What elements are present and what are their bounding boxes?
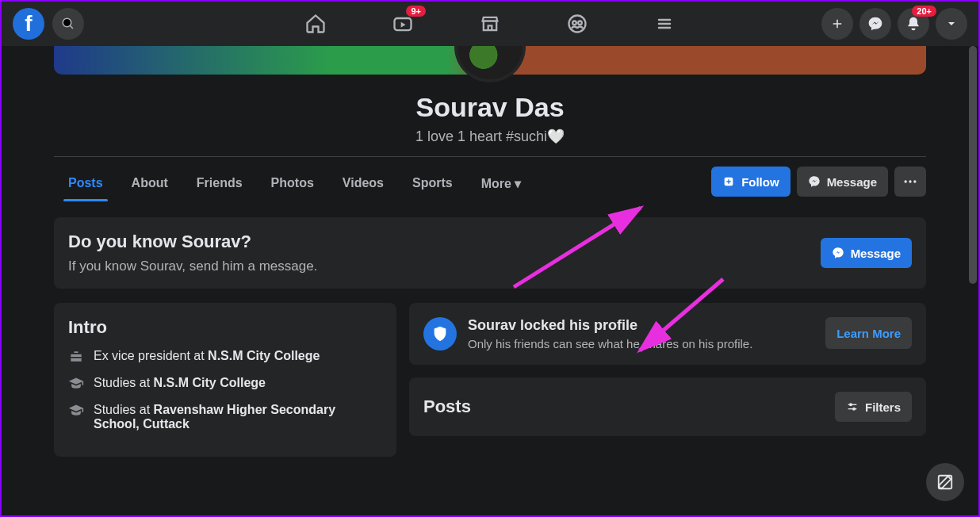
watch-badge: 9+ (406, 6, 426, 17)
profile-tabs: Posts About Friends Photos Videos Sports… (54, 157, 926, 203)
plus-icon (830, 17, 844, 31)
chevron-down-icon: ▾ (515, 177, 521, 190)
posts-title: Posts (423, 396, 471, 417)
messenger-button[interactable] (859, 8, 891, 40)
tab-photos[interactable]: Photos (257, 163, 328, 200)
follow-button[interactable]: Follow (711, 167, 791, 197)
messenger-icon (808, 175, 821, 188)
svg-point-11 (909, 180, 911, 182)
nav-more-hamburger[interactable] (649, 8, 680, 40)
intro-item-text: Studies at N.S.M City College (94, 376, 266, 390)
messenger-icon (867, 16, 883, 32)
briefcase-icon (68, 349, 84, 365)
chevron-down-icon (945, 17, 958, 30)
account-dropdown[interactable] (936, 8, 967, 40)
center-nav: 9+ (300, 8, 680, 40)
filters-button[interactable]: Filters (835, 392, 912, 422)
tab-friends[interactable]: Friends (182, 163, 257, 200)
profile-name: Sourav Das (54, 92, 926, 123)
messenger-icon (832, 247, 844, 259)
tab-posts[interactable]: Posts (54, 163, 117, 200)
prompt-message-button[interactable]: Message (821, 238, 912, 268)
notifications-button[interactable]: 20+ (898, 8, 929, 40)
shield-icon-wrapper (423, 317, 457, 350)
topbar: f 9+ 20+ (2, 2, 978, 46)
ellipsis-icon (902, 174, 918, 190)
locked-profile-card: Sourav locked his profile Only his frien… (409, 303, 926, 365)
graduation-cap-icon (68, 376, 84, 392)
intro-title: Intro (68, 317, 382, 338)
message-button[interactable]: Message (797, 167, 888, 197)
svg-point-10 (905, 180, 907, 182)
locked-title: Sourav locked his profile (468, 317, 752, 334)
intro-item-text: Studies at Ravenshaw Higher Secondary Sc… (94, 403, 382, 431)
svg-point-15 (850, 404, 852, 406)
intro-card: Intro Ex vice president at N.S.M City Co… (54, 303, 396, 457)
action-row: Follow Message (711, 167, 926, 197)
intro-item-text: Ex vice president at N.S.M City College (94, 349, 320, 363)
tab-about[interactable]: About (117, 163, 182, 200)
follow-plus-icon (722, 175, 735, 188)
notif-badge: 20+ (912, 6, 936, 17)
profile-content: Sourav Das 1 love 1 heart #suchi🤍 Posts … (54, 46, 926, 457)
profile-picture[interactable] (454, 46, 526, 82)
scrollbar-thumb[interactable] (969, 46, 977, 284)
graduation-cap-icon (68, 403, 84, 419)
nav-home[interactable] (300, 8, 331, 40)
svg-point-0 (63, 18, 71, 27)
learn-more-button[interactable]: Learn More (825, 317, 912, 349)
shield-icon (431, 325, 449, 343)
locked-subtitle: Only his friends can see what he shares … (468, 337, 752, 350)
svg-line-1 (70, 25, 73, 29)
filters-icon (846, 400, 859, 413)
compose-icon (936, 473, 954, 491)
intro-item-education-2[interactable]: Studies at Ravenshaw Higher Secondary Sc… (68, 403, 382, 431)
profile-bio: 1 love 1 heart #suchi🤍 (54, 128, 926, 145)
svg-point-16 (853, 408, 856, 410)
svg-point-12 (913, 180, 916, 182)
nav-groups[interactable] (561, 8, 593, 40)
intro-item-education-1[interactable]: Studies at N.S.M City College (68, 376, 382, 392)
prompt-title: Do you know Sourav? (68, 232, 317, 252)
cover-photo[interactable] (54, 46, 926, 75)
tab-more[interactable]: More▾ (467, 163, 535, 201)
nav-marketplace[interactable] (474, 8, 506, 40)
facebook-logo[interactable]: f (13, 8, 44, 40)
edit-fab[interactable] (926, 463, 964, 501)
more-options-button[interactable] (894, 167, 926, 197)
bell-icon (905, 16, 921, 32)
know-prompt-card: Do you know Sourav? If you know Sourav, … (54, 217, 926, 289)
posts-header-card: Posts Filters (409, 377, 926, 436)
tab-videos[interactable]: Videos (328, 163, 398, 200)
search-icon (61, 17, 75, 31)
right-nav: 20+ (821, 8, 967, 40)
intro-item-work[interactable]: Ex vice president at N.S.M City College (68, 349, 382, 365)
create-button[interactable] (821, 8, 853, 40)
search-button[interactable] (52, 8, 84, 40)
prompt-subtitle: If you know Sourav, send him a message. (68, 258, 317, 274)
nav-watch[interactable]: 9+ (387, 8, 419, 40)
svg-point-5 (578, 21, 582, 25)
tab-sports[interactable]: Sports (398, 163, 467, 200)
svg-point-4 (572, 21, 576, 25)
svg-point-3 (569, 16, 586, 33)
